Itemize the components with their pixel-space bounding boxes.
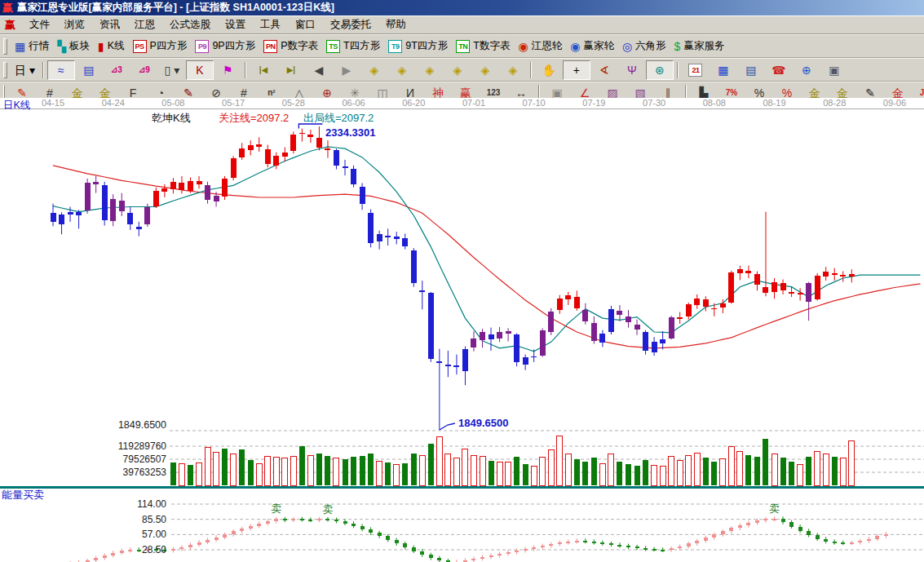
title-bar[interactable]: 赢 赢家江恩专业版[赢家内部服务平台] - [上证指数 SH1A0001-123… [0,0,924,15]
9p-square-label: 9P四方形 [212,39,255,53]
gann-wheel-button[interactable]: ◉江恩轮 [514,37,566,56]
color-flag-button[interactable]: ⚑ [214,60,241,80]
calculator-button[interactable]: ▦ [710,60,737,80]
diamond-arrow-collapse-icon: ◈ [453,64,462,76]
p-square-button[interactable]: PSP四方形 [129,37,192,56]
toolbar-separator [530,62,532,78]
menu-资讯[interactable]: 资讯 [92,16,127,33]
toolbar-handle[interactable] [3,38,7,55]
percent-icon: % [754,87,764,99]
indicator-axis-label: 57.00 [0,529,166,540]
menu-工具[interactable]: 工具 [253,16,288,33]
menu-交易委托[interactable]: 交易委托 [323,16,378,33]
hexagon-button[interactable]: ◎六角形 [618,37,670,56]
ruler-123-icon: 123 [487,87,501,99]
menu-窗口[interactable]: 窗口 [288,16,323,33]
date-axis: 04-1504-2405-0805-1705-2806-0606-2007-01… [0,98,924,109]
brush-tool-icon: ✎ [865,87,875,99]
small-bars-9-button[interactable]: ⊿9 [130,60,158,80]
menu-公式选股[interactable]: 公式选股 [162,16,218,33]
quotes-button[interactable]: ▦行情 [11,37,53,56]
first-page-icon: |◀ [259,64,268,76]
diamond-arrow-collapse-button[interactable]: ◈ [444,60,471,80]
wave-chart-icon: ≈ [58,64,64,76]
price-pen-icon: ✎ [183,87,193,99]
menu-帮助[interactable]: 帮助 [378,16,413,33]
winner-service-label: 赢家服务 [683,39,724,53]
grid-fan-icon: ▨ [607,87,617,99]
toolbar-handle[interactable] [3,62,7,78]
attention-line-label: 关注线=2097.2 [219,111,289,126]
date-tick-label: 05-17 [222,98,245,108]
box-select-icon: ▣ [551,87,562,99]
box-fan-icon: ▧ [634,87,645,99]
date-tick-label: 07-10 [523,98,546,108]
t-number-table-button[interactable]: TNT数字表 [452,37,514,56]
diamond-arrow-right-icon: ◈ [398,64,407,76]
swing-tool-icon: И [406,87,414,99]
diamond-arrow-lr-button[interactable]: ◈ [416,60,444,80]
9t-square-button[interactable]: T99T四方形 [384,37,452,56]
hollow-candle-dropdown-button[interactable]: ▯ ▾ [158,60,186,80]
date-tick-label: 08-19 [763,98,785,108]
kline-icon: ▮ [98,41,104,52]
crosshair-icon: + [573,64,580,76]
pane-separator [0,486,924,489]
small-bars-3-button[interactable]: ⊿3 [103,60,130,80]
low-annotation: 1849.6500 [458,417,508,429]
smart-tool-icon: ⊛ [655,64,665,76]
p-number-table-button[interactable]: PNP数字表 [259,37,322,56]
hand-drag-button[interactable]: ✋ [535,60,563,80]
bar-stats-icon: ▙ [700,87,709,99]
kline-label: K线 [108,39,125,53]
menu-bar: 赢 文件浏览资讯江恩公式选股设置工具窗口交易委托帮助 [0,15,924,34]
printer-icon: ▣ [829,64,839,76]
winner-service-button[interactable]: $赢家服务 [670,37,729,56]
9p-square-button[interactable]: P99P四方形 [191,37,259,56]
phone-commit-button[interactable]: ☎ [765,60,793,80]
ying-grid-icon: 赢 [460,87,471,99]
kline-button[interactable]: ▮K线 [94,37,129,56]
menu-logo-icon: 赢 [5,18,15,33]
printer-button[interactable]: ▣ [820,60,848,80]
shen-grid-icon: 神 [432,87,444,99]
t-square-button[interactable]: TST四方形 [322,37,384,56]
date-tick-label: 06-20 [402,98,425,108]
prev-candle-button[interactable]: ◀ [305,60,333,80]
p-number-table-label: P数字表 [281,39,318,53]
first-page-button[interactable]: |◀ [250,60,277,80]
crosshair-button[interactable]: + [563,60,590,80]
price-chart-canvas[interactable]: 卖卖买卖 [0,98,924,562]
date-tick-label: 09-06 [883,98,906,108]
info-list-icon: ▤ [83,64,94,76]
pattern-tool-button[interactable]: Ψ [618,60,646,80]
parallel-lines-icon: ∥ [665,87,671,99]
diamond-arrow-left-button[interactable]: ◈ [360,60,388,80]
window-title: 赢家江恩专业版[赢家内部服务平台] - [上证指数 SH1A0001-123日K… [17,1,334,15]
angle-measure-button[interactable]: ∢ [590,60,618,80]
date-tick-label: 06-06 [342,98,365,108]
qiankun-kline-button[interactable]: K [186,60,214,80]
menu-设置[interactable]: 设置 [218,16,253,33]
menu-江恩[interactable]: 江恩 [127,16,162,33]
calendar-button[interactable]: 21 [682,60,710,80]
menu-浏览[interactable]: 浏览 [57,16,92,33]
diamond-arrow-right-button[interactable]: ◈ [388,60,416,80]
sectors-button[interactable]: ▚板块 [53,37,94,56]
last-page-button[interactable]: ▶| [277,60,305,80]
diamond-arrow-ud-button[interactable]: ◈ [499,60,527,80]
info-list-button[interactable]: ▤ [75,60,103,80]
winner-wheel-button[interactable]: ◉赢家轮 [566,37,618,56]
period-day-dropdown-button[interactable]: 日 ▾ [11,60,39,80]
world-data-button[interactable]: ⊕ [793,60,820,80]
wave-chart-button[interactable]: ≈ [47,60,75,80]
n-square-icon: n² [267,87,275,99]
toolbar-nav: 日 ▾≈▤⊿3⊿9▯ ▾K⚑|◀▶|◀▶◈◈◈◈◈◈✋+∢Ψ⊛21▦▤☎⊕▣ [0,58,924,82]
smart-tool-button[interactable]: ⊛ [646,60,674,80]
diamond-arrow-star-button[interactable]: ◈ [471,60,499,80]
notepad-button[interactable]: ▤ [737,60,765,80]
menu-文件[interactable]: 文件 [22,16,57,33]
toolbar-separator [42,62,44,78]
winner-service-icon: $ [674,41,681,52]
next-candle-button[interactable]: ▶ [333,60,360,80]
